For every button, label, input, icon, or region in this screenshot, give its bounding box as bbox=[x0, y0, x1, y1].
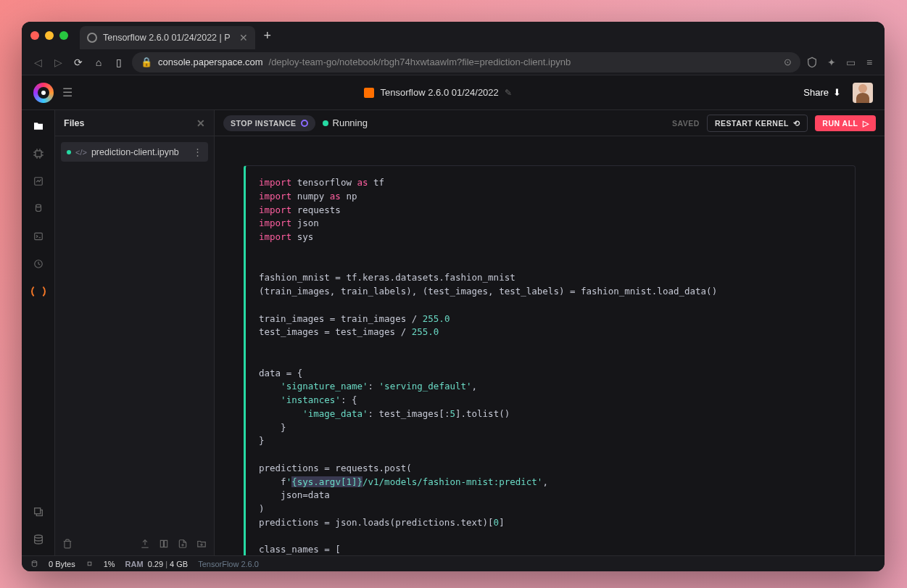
terminal-nav-icon[interactable] bbox=[31, 229, 46, 244]
stop-instance-label: STOP INSTANCE bbox=[231, 119, 297, 128]
files-panel-title: Files bbox=[64, 118, 85, 128]
files-panel-header: Files ✕ bbox=[55, 110, 214, 136]
file-more-icon[interactable]: ⋮ bbox=[193, 146, 202, 157]
kernel-status: Running bbox=[323, 117, 368, 128]
stop-instance-button[interactable]: STOP INSTANCE bbox=[223, 115, 315, 131]
app-logo[interactable] bbox=[33, 83, 54, 103]
code-file-icon: </> bbox=[75, 148, 87, 157]
svg-point-20 bbox=[32, 561, 36, 563]
ram-total: 4 GB bbox=[170, 560, 188, 568]
ram-used: 0.29 bbox=[148, 560, 163, 568]
browser-window: Tensorflow 2.6.0 01/24/2022 | P ✕ + ◁ ▷ … bbox=[22, 22, 885, 571]
svg-rect-0 bbox=[36, 151, 41, 157]
ram-label: RAM bbox=[125, 560, 144, 568]
tab-favicon bbox=[87, 33, 97, 43]
new-folder-icon[interactable] bbox=[196, 539, 207, 549]
cpu-value: 1% bbox=[104, 560, 115, 568]
cpu-icon bbox=[86, 560, 94, 568]
files-nav-icon[interactable] bbox=[31, 119, 46, 133]
new-tab-button[interactable]: + bbox=[264, 28, 272, 44]
metrics-nav-icon[interactable] bbox=[31, 174, 46, 189]
tab-title: Tensorflow 2.6.0 01/24/2022 | P bbox=[103, 33, 231, 43]
menu-icon[interactable]: ≡ bbox=[863, 57, 876, 68]
history-nav-icon[interactable] bbox=[31, 257, 46, 271]
window-minimize-button[interactable] bbox=[45, 31, 54, 40]
lock-icon: 🔒 bbox=[141, 57, 152, 67]
main-area: STOP INSTANCE Running SAVED RESTART KERN… bbox=[215, 110, 885, 555]
stop-icon bbox=[301, 120, 308, 127]
run-all-label: RUN ALL bbox=[822, 119, 858, 128]
status-label: Running bbox=[333, 117, 368, 128]
run-all-button[interactable]: RUN ALL ▷ bbox=[815, 115, 876, 131]
browser-tab[interactable]: Tensorflow 2.6.0 01/24/2022 | P ✕ bbox=[80, 26, 255, 49]
running-indicator-icon bbox=[67, 150, 71, 154]
file-item[interactable]: </> prediction-client.ipynb ⋮ bbox=[61, 142, 208, 162]
svg-rect-13 bbox=[34, 508, 40, 514]
bookmark-button[interactable]: ▯ bbox=[112, 57, 126, 68]
notebook-title-area: Tensorflow 2.6.0 01/24/2022 ✎ bbox=[73, 87, 803, 98]
share-icon: ⬇ bbox=[833, 87, 841, 98]
storage-value: 0 Bytes bbox=[49, 560, 75, 568]
extensions-icon[interactable]: ✦ bbox=[825, 57, 838, 68]
shield-icon[interactable] bbox=[806, 57, 819, 68]
restart-kernel-label: RESTART KERNEL bbox=[715, 119, 789, 128]
tensorflow-icon bbox=[364, 88, 374, 98]
compute-nav-icon[interactable] bbox=[31, 146, 46, 161]
home-button[interactable]: ⌂ bbox=[91, 57, 106, 68]
close-panel-icon[interactable]: ✕ bbox=[196, 117, 205, 129]
svg-point-14 bbox=[34, 535, 42, 538]
app-body: Files ✕ </> prediction-client.ipynb ⋮ bbox=[22, 110, 885, 555]
edit-title-icon[interactable]: ✎ bbox=[505, 88, 512, 98]
storage-nav-icon[interactable] bbox=[31, 532, 46, 547]
file-name: prediction-client.ipynb bbox=[91, 147, 179, 157]
saved-indicator: SAVED bbox=[672, 119, 700, 128]
notebook-area[interactable]: import tensorflow as tf import numpy as … bbox=[215, 136, 885, 555]
tab-close-icon[interactable]: ✕ bbox=[239, 32, 248, 44]
address-bar[interactable]: 🔒 console.paperspace.com/deploy-team-go/… bbox=[132, 52, 800, 73]
play-icon: ▷ bbox=[863, 119, 869, 128]
left-rail bbox=[22, 110, 55, 555]
titlebar: Tensorflow 2.6.0 01/24/2022 | P ✕ + bbox=[22, 22, 885, 49]
upload-icon[interactable] bbox=[140, 539, 150, 549]
back-button[interactable]: ◁ bbox=[30, 57, 45, 68]
svg-rect-10 bbox=[34, 233, 42, 239]
app-window-icon[interactable]: ▭ bbox=[844, 57, 857, 68]
files-panel-footer bbox=[55, 532, 214, 555]
restart-kernel-button[interactable]: RESTART KERNEL ⟲ bbox=[707, 115, 808, 132]
runtime-label: TensorFlow 2.6.0 bbox=[198, 560, 259, 568]
book-icon[interactable] bbox=[159, 539, 169, 549]
app-header: ☰ Tensorflow 2.6.0 01/24/2022 ✎ Share ⬇ bbox=[22, 75, 885, 110]
hamburger-menu-icon[interactable]: ☰ bbox=[62, 86, 73, 99]
ram-sep: | bbox=[163, 560, 170, 568]
reload-button[interactable]: ⟳ bbox=[71, 57, 86, 68]
url-bar: ◁ ▷ ⟳ ⌂ ▯ 🔒 console.paperspace.com/deplo… bbox=[22, 49, 885, 75]
svg-rect-21 bbox=[88, 562, 91, 566]
restart-icon: ⟲ bbox=[793, 119, 800, 128]
jupyter-nav-icon[interactable] bbox=[31, 284, 46, 299]
code-cell[interactable]: import tensorflow as tf import numpy as … bbox=[244, 165, 856, 555]
forward-button[interactable]: ▷ bbox=[51, 57, 65, 68]
share-label: Share bbox=[803, 87, 829, 98]
trash-icon[interactable] bbox=[62, 539, 73, 549]
user-avatar[interactable] bbox=[853, 83, 873, 103]
status-dot-icon bbox=[323, 120, 328, 126]
url-domain: console.paperspace.com bbox=[158, 57, 263, 67]
export-nav-icon[interactable] bbox=[31, 505, 46, 519]
window-close-button[interactable] bbox=[30, 31, 39, 40]
datasets-nav-icon[interactable] bbox=[31, 202, 46, 216]
files-panel: Files ✕ </> prediction-client.ipynb ⋮ bbox=[55, 110, 215, 555]
notebook-title: Tensorflow 2.6.0 01/24/2022 bbox=[380, 87, 498, 98]
storage-icon bbox=[30, 560, 38, 568]
status-bar: 0 Bytes 1% RAM 0.29 | 4 GB TensorFlow 2.… bbox=[22, 555, 885, 571]
notebook-toolbar: STOP INSTANCE Running SAVED RESTART KERN… bbox=[215, 110, 885, 136]
code-content: import tensorflow as tf import numpy as … bbox=[259, 176, 842, 555]
window-maximize-button[interactable] bbox=[59, 31, 68, 40]
share-button[interactable]: Share ⬇ bbox=[803, 87, 841, 98]
traffic-lights bbox=[30, 31, 68, 40]
search-in-page-icon[interactable]: ⊙ bbox=[784, 57, 792, 67]
url-path: /deploy-team-go/notebook/rbgh74hxwtaawlm… bbox=[269, 57, 571, 67]
new-file-icon[interactable] bbox=[178, 539, 188, 549]
